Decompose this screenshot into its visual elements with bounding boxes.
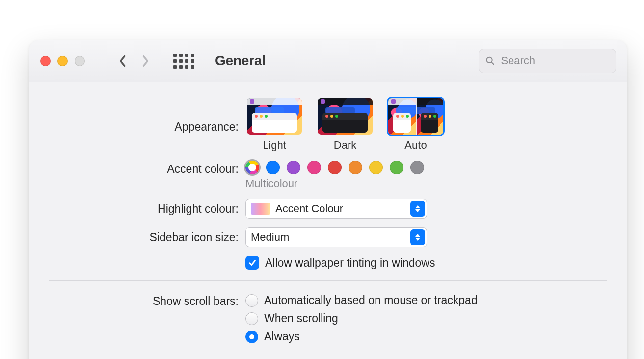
scrollbars-options: Automatically based on mouse or trackpad… — [245, 294, 478, 343]
forward-button — [141, 54, 150, 68]
radio-icon — [245, 294, 258, 307]
sidebar-size-select[interactable]: Medium — [245, 227, 427, 247]
accent-swatch-red[interactable] — [328, 161, 342, 174]
accent-label: Accent colour: — [49, 161, 245, 176]
appearance-label-dark: Dark — [334, 139, 356, 152]
scrollbars-option-label: When scrolling — [264, 312, 338, 325]
accent-swatch-purple[interactable] — [287, 161, 300, 174]
accent-swatch-pink[interactable] — [307, 161, 321, 174]
back-button[interactable] — [118, 54, 127, 68]
scrollbars-option-label: Automatically based on mouse or trackpad — [264, 294, 478, 307]
scrollbars-label: Show scroll bars: — [49, 294, 245, 308]
accent-swatch-green[interactable] — [390, 161, 403, 174]
popup-stepper-icon — [410, 229, 425, 245]
close-icon[interactable] — [40, 56, 51, 66]
accent-swatch-orange[interactable] — [349, 161, 362, 174]
section-divider — [49, 280, 607, 281]
accent-swatch-blue[interactable] — [266, 161, 280, 174]
pane-title: General — [215, 53, 266, 69]
scrollbars-option-scroll[interactable]: When scrolling — [245, 312, 478, 325]
appearance-option-auto[interactable]: Auto — [387, 97, 445, 152]
appearance-label-light: Light — [263, 139, 286, 152]
search-field[interactable] — [479, 49, 616, 73]
appearance-option-dark[interactable]: Dark — [316, 97, 374, 152]
zoom-icon[interactable] — [75, 56, 85, 66]
show-all-icon[interactable] — [173, 54, 194, 69]
radio-icon — [245, 331, 258, 343]
titlebar: General — [29, 40, 627, 82]
sidebar-size-value: Medium — [251, 231, 289, 244]
svg-line-1 — [492, 62, 494, 64]
accent-swatch-multicolour[interactable] — [245, 161, 259, 174]
highlight-label: Highlight colour: — [49, 201, 245, 216]
popup-stepper-icon — [410, 201, 425, 217]
accent-swatches — [245, 161, 424, 174]
highlight-swatch-icon — [251, 203, 270, 215]
highlight-value: Accent Colour — [275, 202, 343, 215]
wallpaper-tint-label: Allow wallpaper tinting in windows — [265, 256, 435, 270]
accent-swatch-graphite[interactable] — [410, 161, 424, 174]
window-controls — [40, 56, 85, 66]
appearance-option-light[interactable]: Light — [245, 97, 303, 152]
wallpaper-tint-checkbox[interactable] — [245, 256, 259, 270]
scrollbars-option-always[interactable]: Always — [245, 330, 478, 343]
highlight-select[interactable]: Accent Colour — [245, 199, 427, 219]
scrollbars-option-auto[interactable]: Automatically based on mouse or trackpad — [245, 294, 478, 307]
sidebar-size-label: Sidebar icon size: — [49, 230, 245, 245]
radio-icon — [245, 312, 258, 325]
appearance-label: Appearance: — [49, 97, 245, 134]
preferences-window: General Appearance: — [29, 40, 627, 359]
scrollbars-option-label: Always — [264, 330, 300, 343]
accent-selected-label: Multicolour — [245, 177, 297, 190]
appearance-options: Light Dark — [245, 97, 445, 152]
search-input[interactable] — [500, 54, 609, 68]
search-icon — [485, 55, 495, 66]
accent-swatch-yellow[interactable] — [369, 161, 383, 174]
minimize-icon[interactable] — [57, 56, 68, 66]
appearance-label-auto: Auto — [404, 139, 427, 152]
